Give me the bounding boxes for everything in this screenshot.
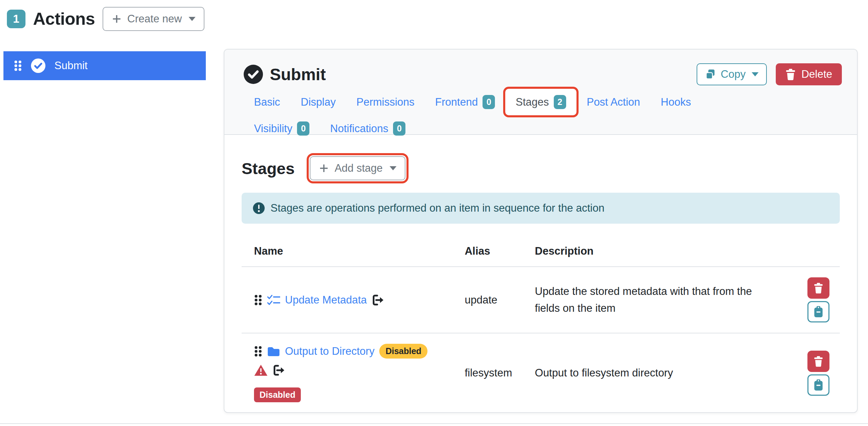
tab-frontend[interactable]: Frontend 0	[425, 89, 505, 115]
chevron-down-icon	[752, 72, 759, 76]
tab-display[interactable]: Display	[290, 89, 346, 115]
tab-post-action[interactable]: Post Action	[576, 89, 650, 115]
table-row: Update Metadata update Update the s	[242, 267, 840, 333]
sign-out-icon	[372, 294, 384, 306]
add-stage-label: Add stage	[335, 162, 383, 174]
paste-stage-button[interactable]	[807, 374, 829, 396]
stages-table: Name Alias Description	[242, 238, 840, 413]
delete-stage-button[interactable]	[807, 351, 829, 372]
chevron-down-icon	[390, 166, 396, 170]
actions-sidebar: Submit	[3, 51, 206, 80]
drag-handle-icon[interactable]	[254, 345, 262, 357]
create-new-button[interactable]: Create new	[103, 7, 205, 31]
column-header-name: Name	[242, 238, 452, 267]
page-title: Actions	[33, 9, 95, 29]
trash-icon	[814, 283, 823, 294]
panel-header: Submit Copy	[224, 50, 857, 135]
drag-handle-icon[interactable]	[14, 60, 22, 72]
action-detail-panel: Submit Copy	[224, 49, 858, 413]
tab-basic[interactable]: Basic	[244, 89, 290, 115]
tab-permissions[interactable]: Permissions	[346, 89, 425, 115]
disabled-warning-badge: Disabled	[379, 344, 427, 359]
delete-button[interactable]: Delete	[776, 63, 842, 85]
frontend-count-badge: 0	[483, 95, 495, 109]
tab-stages[interactable]: Stages 2	[505, 89, 576, 115]
stage-link-update-metadata[interactable]: Update Metadata	[285, 294, 367, 306]
actions-header: 1 Actions Create new	[7, 7, 204, 31]
table-header-row: Name Alias Description	[242, 238, 840, 267]
check-circle-icon	[244, 65, 263, 84]
add-stage-button[interactable]: Add stage	[310, 156, 405, 180]
tab-visibility[interactable]: Visibility 0	[244, 115, 320, 142]
stages-info-alert: Stages are operations performed on an it…	[242, 193, 840, 224]
create-new-label: Create new	[127, 13, 182, 25]
exclamation-circle-icon	[253, 202, 265, 214]
column-header-alias: Alias	[452, 238, 522, 267]
page-bottom-divider	[0, 423, 868, 424]
copy-label: Copy	[721, 68, 745, 81]
table-row: Output to Directory Disabled	[242, 333, 840, 413]
stages-count-badge: 2	[554, 95, 566, 109]
chevron-down-icon	[189, 17, 195, 21]
tab-hooks[interactable]: Hooks	[650, 89, 701, 115]
trash-icon	[785, 68, 796, 80]
step-number-badge: 1	[7, 10, 25, 28]
stages-heading: Stages	[242, 159, 295, 178]
notifications-count-badge: 0	[393, 121, 405, 136]
tab-notifications[interactable]: Notifications 0	[320, 115, 416, 142]
sidebar-item-label: Submit	[54, 60, 87, 72]
clipboard-icon	[814, 306, 823, 318]
copy-icon	[705, 69, 716, 80]
plus-icon	[112, 14, 122, 24]
paste-stage-button[interactable]	[807, 301, 829, 322]
plus-icon	[319, 163, 329, 173]
check-circle-icon	[31, 58, 45, 73]
panel-tabs: Basic Display Permissions Frontend 0 Sta…	[244, 89, 842, 142]
clipboard-icon	[814, 379, 823, 391]
sign-out-icon	[273, 364, 285, 376]
sidebar-item-submit[interactable]: Submit	[3, 51, 206, 80]
delete-stage-button[interactable]	[807, 277, 829, 299]
trash-icon	[814, 356, 823, 367]
disabled-danger-badge: Disabled	[254, 387, 301, 402]
panel-title-text: Submit	[270, 65, 326, 84]
drag-handle-icon[interactable]	[254, 294, 262, 306]
stage-description: Output to filesystem directory	[535, 365, 776, 381]
copy-button[interactable]: Copy	[697, 63, 767, 85]
column-header-actions	[795, 238, 840, 267]
delete-label: Delete	[801, 68, 832, 81]
list-check-icon	[267, 295, 280, 306]
panel-title-row: Submit	[244, 65, 326, 84]
stages-info-text: Stages are operations performed on an it…	[271, 202, 604, 214]
visibility-count-badge: 0	[297, 121, 309, 136]
stage-link-output-to-directory[interactable]: Output to Directory	[285, 345, 374, 358]
warning-triangle-icon	[254, 364, 268, 376]
stage-description: Update the stored metadata with that fro…	[535, 283, 776, 316]
stage-alias: update	[452, 267, 522, 333]
column-header-description: Description	[522, 238, 795, 267]
stages-tab-content: Stages Add stage Stages are operations p…	[224, 135, 857, 413]
stage-alias: filesystem	[452, 333, 522, 413]
folder-icon	[267, 346, 280, 357]
